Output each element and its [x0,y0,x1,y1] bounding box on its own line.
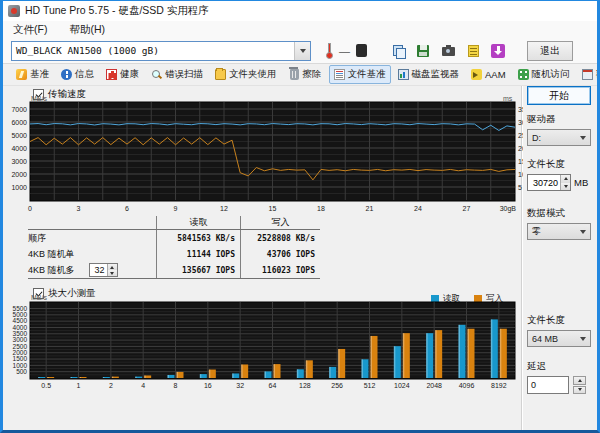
file-benchmark-icon [334,69,345,80]
svg-text:24: 24 [414,205,422,212]
tab-health[interactable]: 健康 [101,65,144,84]
save-button[interactable] [414,42,432,59]
drive-select-dropdown-button[interactable] [294,42,310,60]
copy-icon [393,45,404,57]
menu-help[interactable]: 帮助(H) [65,22,109,38]
toolbar-buttons [389,42,507,59]
drive-letter-combobox[interactable]: D: [527,129,591,146]
tab-disk-monitor[interactable]: 磁盘监视器 [393,65,465,84]
svg-text:27: 27 [463,205,471,212]
col-header-write: 写入 [240,216,320,229]
tab-info[interactable]: 信息 [56,65,99,84]
row-label: 顺序 [28,232,156,245]
camera-icon [442,47,455,56]
start-button[interactable]: 开始 [527,86,591,105]
svg-text:0: 0 [28,205,32,212]
col-header-read: 读取 [156,216,240,229]
dice-icon [518,69,529,80]
block-file-length-label: 文件长度 [527,314,597,327]
data-mode-value: 零 [528,225,576,238]
toolbar: WD_BLACK AN1500 (1000 gB) — 退出 [3,38,597,64]
svg-text:7000: 7000 [11,106,27,113]
benchmark-icon [16,69,27,80]
capture-button[interactable] [489,42,507,59]
file-length-unit: MB [574,177,588,188]
note-icon [468,45,479,57]
svg-text:64: 64 [269,382,277,389]
svg-text:16: 16 [204,382,212,389]
up-arrow-icon [110,266,114,269]
delay-up-button[interactable] [573,376,586,385]
svg-text:2000: 2000 [11,171,27,178]
menu-bar: 文件(F) 帮助(H) [3,21,597,38]
table-row: 4KB 随机单 11144 IOPS 43706 IOPS [28,246,320,262]
file-length-down-button[interactable] [561,183,570,191]
svg-text:10: 10 [518,171,523,178]
svg-text:0.5: 0.5 [41,382,51,389]
sequential-write-value: 2528808 KB/s [240,230,320,246]
down-arrow-icon [564,185,568,188]
svg-text:2048: 2048 [426,382,442,389]
settings-panel: 开始 驱动器 D: 文件长度 30720 MB 数据模式 零 [527,86,597,394]
tab-error-scan[interactable]: 错误扫描 [146,65,208,84]
transfer-speed-chart: 7000600050004000300020001000353025201510… [3,96,523,222]
svg-text:3: 3 [77,205,81,212]
svg-text:2: 2 [109,382,113,389]
info-icon [61,69,72,80]
svg-text:256: 256 [331,382,343,389]
chevron-down-icon [580,337,586,341]
svg-text:30: 30 [518,119,523,126]
svg-text:15: 15 [269,205,277,212]
delay-input[interactable]: 0 [527,376,569,394]
export-button[interactable] [464,42,482,59]
tab-bar: 基准 信息 健康 错误扫描 文件夹使用 擦除 文件基准 磁盘监视器 AAM 随机… [3,64,597,86]
drive-letter-value: D: [528,133,576,143]
svg-text:6: 6 [125,205,129,212]
svg-text:4000: 4000 [11,145,27,152]
tab-erase[interactable]: 擦除 [284,65,327,84]
queue-depth-stepper[interactable]: 32 [89,263,118,277]
svg-text:12: 12 [220,205,228,212]
data-mode-combobox[interactable]: 零 [527,223,591,240]
extra-tests-icon [582,69,593,80]
tab-extra-tests[interactable]: 额外测试 [577,65,600,84]
table-row: 4KB 随机多 32 135667 IOPS 116023 IOPS [28,262,320,278]
up-arrow-icon [564,177,568,180]
app-window: HD Tune Pro 5.75 - 硬盘/SSD 实用程序 文件(F) 帮助(… [0,0,600,433]
svg-text:35: 35 [518,106,523,113]
exit-button[interactable]: 退出 [527,41,573,61]
random-multi-read-value: 135667 IOPS [156,262,240,278]
tab-random-access[interactable]: 随机访问 [513,65,575,84]
health-cross-icon [106,69,117,80]
table-row: 顺序 5841563 KB/s 2528808 KB/s [28,230,320,246]
file-length-up-button[interactable] [561,175,570,183]
drive-select-combobox[interactable]: WD_BLACK AN1500 (1000 gB) [11,41,311,61]
random-multi-write-value: 116023 IOPS [240,262,320,278]
svg-text:1: 1 [77,382,81,389]
svg-text:1000: 1000 [11,184,27,191]
tab-file-benchmark[interactable]: 文件基准 [329,65,391,84]
svg-text:6000: 6000 [11,119,27,126]
copy-button[interactable] [389,42,407,59]
magnifier-icon [151,69,162,80]
queue-depth-down-button[interactable] [108,270,117,276]
menu-file[interactable]: 文件(F) [9,22,51,38]
file-length-label: 文件长度 [527,158,597,171]
svg-text:500: 500 [16,368,27,375]
trash-icon [290,69,299,80]
window-title: HD Tune Pro 5.75 - 硬盘/SSD 实用程序 [25,4,209,18]
file-length-stepper[interactable]: 30720 [527,174,571,191]
save-icon [417,45,429,57]
drive-select-value: WD_BLACK AN1500 (1000 gB) [12,45,294,56]
tab-benchmark[interactable]: 基准 [11,65,54,84]
tab-aam[interactable]: AAM [466,66,511,83]
svg-text:18: 18 [317,205,325,212]
block-file-length-combobox[interactable]: 64 MB [527,330,591,347]
delay-down-button[interactable] [573,386,586,395]
tab-folder-usage[interactable]: 文件夹使用 [210,65,282,84]
down-arrow-icon [578,388,582,391]
screenshot-button[interactable] [439,42,457,59]
sequential-read-value: 5841563 KB/s [156,230,240,246]
delay-label: 延迟 [527,360,597,373]
temperature-display-icon [356,44,367,57]
